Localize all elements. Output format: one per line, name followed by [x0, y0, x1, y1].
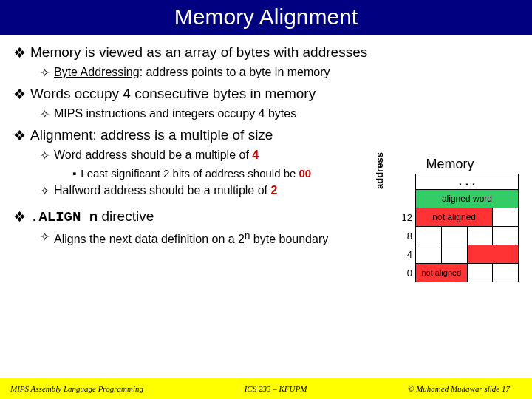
footer-right: © Muhamed Mudawar slide 17: [408, 384, 532, 393]
text: directive: [98, 208, 154, 224]
memory-diagram: Memory address . . . aligned word 12 not…: [381, 157, 519, 282]
bullet-byte-addressing: ✧ Byte Addressing: address points to a b…: [40, 66, 519, 80]
bullet-word-mult4: ✧ Word address should be a multiple of 4: [40, 149, 395, 163]
text: with addresses: [270, 44, 367, 60]
text: Memory is viewed as an: [30, 44, 185, 60]
footer-center: ICS 233 – KFUPM: [143, 384, 408, 393]
not-aligned-cell-2: not aligned: [415, 264, 467, 282]
footer-left: MIPS Assembly Language Programming: [0, 384, 143, 393]
text-underline: array of bytes: [185, 44, 270, 60]
text-highlight: 00: [299, 167, 312, 180]
bullet-memory-array: ❖ Memory is viewed as an array of bytes …: [13, 44, 519, 61]
text: Alignment: address is a multiple of size: [30, 127, 273, 143]
text: Halfword address should be a multiple of: [54, 184, 271, 197]
text: MIPS instructions and integers occupy 4 …: [54, 107, 296, 120]
text-highlight: 4: [252, 149, 259, 161]
bullet-alignment-def: ❖ Alignment: address is a multiple of si…: [13, 127, 368, 144]
code-text: .ALIGN n: [30, 209, 98, 225]
text: byte boundary: [250, 233, 328, 245]
memory-table: . . . aligned word 12 not aligned 8 4 0 …: [398, 174, 519, 282]
bullet-words-4bytes: ❖ Words occupy 4 consecutive bytes in me…: [13, 86, 519, 103]
addr-4: 4: [398, 245, 415, 264]
text: Word address should be a multiple of: [54, 149, 252, 161]
aligned-word-cell: aligned word: [415, 190, 518, 208]
not-aligned-cell: not aligned: [415, 208, 492, 227]
slide-title: Memory Alignment: [0, 0, 532, 35]
addr-8: 8: [398, 227, 415, 245]
address-axis-label: address: [374, 152, 385, 189]
slide-footer: MIPS Assembly Language Programming ICS 2…: [0, 378, 532, 399]
text: Least significant 2 bits of address shou…: [81, 167, 299, 180]
bullet-halfword-mult2: ✧ Halfword address should be a multiple …: [40, 184, 395, 198]
bullet-mips-4bytes: ✧ MIPS instructions and integers occupy …: [40, 107, 395, 121]
memory-dots: . . .: [415, 174, 518, 190]
text: Aligns the next data definition on a 2: [54, 233, 245, 245]
memory-heading: Memory: [381, 157, 519, 172]
text-highlight: 2: [271, 184, 278, 197]
text: Words occupy 4 consecutive bytes in memo…: [30, 86, 316, 102]
text-underline: Byte Addressing: [54, 66, 140, 78]
text: : address points to a byte in memory: [140, 66, 330, 78]
addr-12: 12: [398, 208, 415, 227]
addr-0: 0: [398, 264, 415, 282]
